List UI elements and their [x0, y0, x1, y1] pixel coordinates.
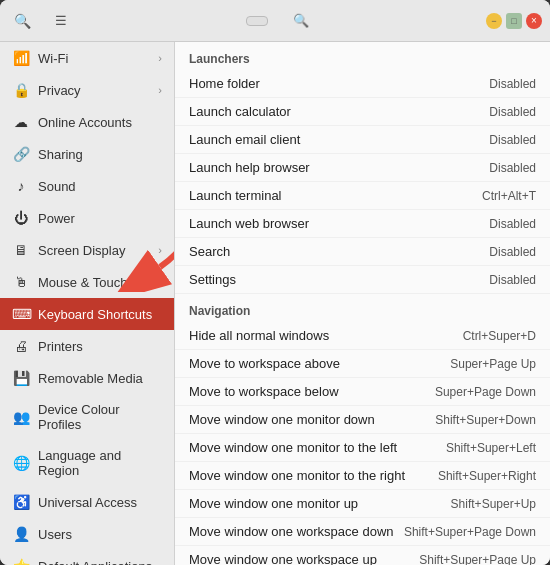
sidebar-label-keyboard-shortcuts: Keyboard Shortcuts [38, 307, 162, 322]
shortcut-row[interactable]: Move to workspace above Super+Page Up [175, 350, 550, 378]
arrow-wifi: › [158, 52, 162, 64]
settings-window: 🔍 ☰ 🔍 − □ × 📶 Wi-Fi › 🔒 Privacy › ☁ [0, 0, 550, 565]
mouse-touchpad-icon: 🖱 [12, 274, 30, 290]
shortcut-row[interactable]: Launch web browser Disabled [175, 210, 550, 238]
sidebar-item-users[interactable]: 👤 Users [0, 518, 174, 550]
shortcut-row[interactable]: Launch calculator Disabled [175, 98, 550, 126]
sidebar-label-removable-media: Removable Media [38, 371, 162, 386]
shortcut-value: Disabled [489, 133, 536, 147]
universal-access-icon: ♿ [12, 494, 30, 510]
sidebar-label-mouse-touchpad: Mouse & Touchpad [38, 275, 162, 290]
shortcut-label: Move to workspace below [189, 384, 435, 399]
shortcut-value: Shift+Super+Down [435, 413, 536, 427]
shortcut-label: Move window one workspace down [189, 524, 404, 539]
sidebar-item-screen-display[interactable]: 🖥 Screen Display › [0, 234, 174, 266]
screen-display-icon: 🖥 [12, 242, 30, 258]
window-controls: − □ × [486, 13, 542, 29]
content-area: 📶 Wi-Fi › 🔒 Privacy › ☁ Online Accounts … [0, 42, 550, 565]
device-colour-icon: 👥 [12, 409, 30, 425]
shortcut-row[interactable]: Move window one monitor up Shift+Super+U… [175, 490, 550, 518]
shortcut-label: Launch web browser [189, 216, 489, 231]
close-button[interactable]: × [526, 13, 542, 29]
minimize-button[interactable]: − [486, 13, 502, 29]
sidebar-item-universal-access[interactable]: ♿ Universal Access [0, 486, 174, 518]
shortcut-row[interactable]: Launch terminal Ctrl+Alt+T [175, 182, 550, 210]
sidebar-label-sound: Sound [38, 179, 162, 194]
shortcut-value: Ctrl+Super+D [463, 329, 536, 343]
privacy-icon: 🔒 [12, 82, 30, 98]
sound-icon: ♪ [12, 178, 30, 194]
sidebar-item-sharing[interactable]: 🔗 Sharing [0, 138, 174, 170]
sidebar-item-device-colour[interactable]: 👥 Device Colour Profiles [0, 394, 174, 440]
shortcut-label: Search [189, 244, 489, 259]
default-apps-icon: ⭐ [12, 558, 30, 565]
shortcut-label: Move window one monitor to the right [189, 468, 438, 483]
section-header-1: Navigation [175, 294, 550, 322]
shortcut-value: Ctrl+Alt+T [482, 189, 536, 203]
users-icon: 👤 [12, 526, 30, 542]
maximize-button[interactable]: □ [506, 13, 522, 29]
language-region-icon: 🌐 [12, 455, 30, 471]
shortcut-value: Shift+Super+Right [438, 469, 536, 483]
shortcut-label: Launch email client [189, 132, 489, 147]
shortcut-row[interactable]: Settings Disabled [175, 266, 550, 294]
sidebar-label-wifi: Wi-Fi [38, 51, 150, 66]
sidebar-item-keyboard-shortcuts[interactable]: ⌨ Keyboard Shortcuts [0, 298, 174, 330]
sidebar-item-language-region[interactable]: 🌐 Language and Region [0, 440, 174, 486]
sharing-icon: 🔗 [12, 146, 30, 162]
shortcut-label: Move window one monitor up [189, 496, 451, 511]
shortcut-value: Disabled [489, 273, 536, 287]
sidebar-label-power: Power [38, 211, 162, 226]
shortcut-row[interactable]: Launch help browser Disabled [175, 154, 550, 182]
sidebar-item-online-accounts[interactable]: ☁ Online Accounts [0, 106, 174, 138]
shortcut-value: Disabled [489, 161, 536, 175]
shortcut-value: Super+Page Up [450, 357, 536, 371]
sidebar-item-power[interactable]: ⏻ Power [0, 202, 174, 234]
shortcut-row[interactable]: Move window one monitor to the left Shif… [175, 434, 550, 462]
sidebar-label-device-colour: Device Colour Profiles [38, 402, 162, 432]
shortcut-label: Move window one monitor down [189, 412, 435, 427]
shortcut-label: Home folder [189, 76, 489, 91]
sidebar-item-wifi[interactable]: 📶 Wi-Fi › [0, 42, 174, 74]
sidebar-item-sound[interactable]: ♪ Sound [0, 170, 174, 202]
shortcut-label: Launch terminal [189, 188, 482, 203]
shortcut-row[interactable]: Move to workspace below Super+Page Down [175, 378, 550, 406]
sidebar-item-printers[interactable]: 🖨 Printers [0, 330, 174, 362]
shortcut-value: Shift+Super+Left [446, 441, 536, 455]
power-icon: ⏻ [12, 210, 30, 226]
main-panel: Launchers Home folder Disabled Launch ca… [175, 42, 550, 565]
sidebar-label-users: Users [38, 527, 162, 542]
panel-search-button[interactable]: 🔍 [288, 8, 314, 34]
shortcut-value: Super+Page Down [435, 385, 536, 399]
shortcut-row[interactable]: Move window one workspace up Shift+Super… [175, 546, 550, 565]
sidebar-label-screen-display: Screen Display [38, 243, 150, 258]
shortcut-row[interactable]: Move window one monitor down Shift+Super… [175, 406, 550, 434]
shortcut-label: Launch help browser [189, 160, 489, 175]
sidebar-item-default-apps[interactable]: ⭐ Default Applications [0, 550, 174, 565]
sidebar-label-online-accounts: Online Accounts [38, 115, 162, 130]
shortcut-row[interactable]: Move window one monitor to the right Shi… [175, 462, 550, 490]
sidebar-item-privacy[interactable]: 🔒 Privacy › [0, 74, 174, 106]
shortcut-value: Shift+Super+Up [451, 497, 536, 511]
shortcut-label: Move window one monitor to the left [189, 440, 446, 455]
sidebar-label-privacy: Privacy [38, 83, 150, 98]
shortcut-row[interactable]: Move window one workspace down Shift+Sup… [175, 518, 550, 546]
sidebar-label-default-apps: Default Applications [38, 559, 162, 566]
shortcut-row[interactable]: Home folder Disabled [175, 70, 550, 98]
shortcut-label: Move to workspace above [189, 356, 450, 371]
titlebar-left: 🔍 ☰ [8, 7, 74, 35]
arrow-screen-display: › [158, 244, 162, 256]
shortcut-label: Move window one workspace up [189, 552, 419, 565]
menu-button[interactable]: ☰ [48, 8, 74, 34]
shortcut-row[interactable]: Hide all normal windows Ctrl+Super+D [175, 322, 550, 350]
shortcut-row[interactable]: Launch email client Disabled [175, 126, 550, 154]
search-button[interactable]: 🔍 [8, 7, 36, 35]
shortcut-value: Shift+Super+Page Down [404, 525, 536, 539]
sidebar-item-mouse-touchpad[interactable]: 🖱 Mouse & Touchpad [0, 266, 174, 298]
reset-all-button[interactable] [246, 16, 268, 26]
shortcut-row[interactable]: Search Disabled [175, 238, 550, 266]
sidebar-label-universal-access: Universal Access [38, 495, 162, 510]
sidebar-item-removable-media[interactable]: 💾 Removable Media [0, 362, 174, 394]
sidebar-label-sharing: Sharing [38, 147, 162, 162]
shortcut-value: Disabled [489, 245, 536, 259]
